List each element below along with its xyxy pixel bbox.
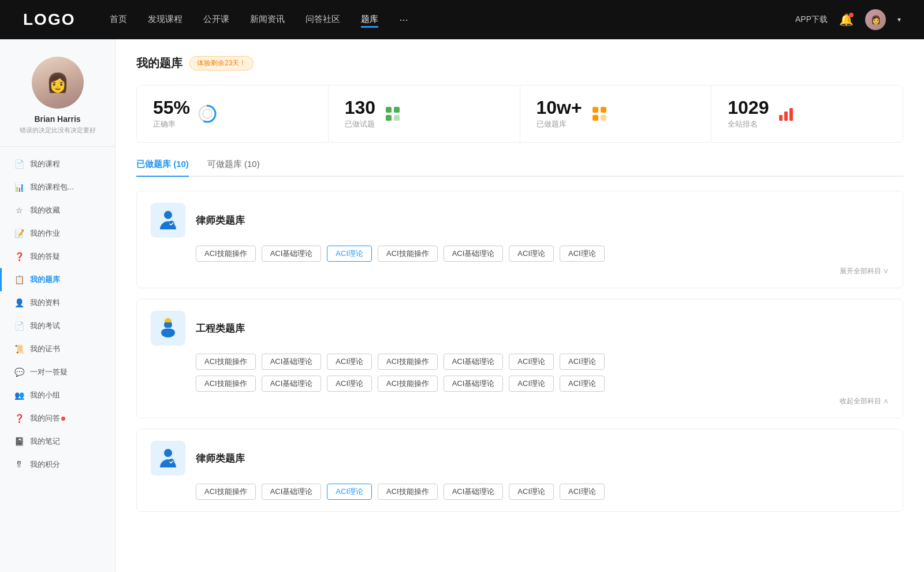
course-icon: 📄 [14, 159, 24, 169]
sidebar-item-certificate[interactable]: 📜 我的证书 [0, 337, 115, 361]
bank-tag[interactable]: ACI理论 [509, 484, 554, 500]
sidebar: 👩 Brian Harris 错误的决定比没有决定要好 📄 我的课程 📊 我的课… [0, 39, 116, 572]
bank-tag[interactable]: ACI理论 [560, 246, 605, 262]
app-download-button[interactable]: APP下载 [795, 14, 828, 25]
svg-rect-12 [784, 112, 788, 121]
tab-done-banks[interactable]: 已做题库 (10) [136, 159, 189, 176]
sidebar-item-bank[interactable]: 📋 我的题库 [0, 268, 115, 291]
nav-menu: 首页 发现课程 公开课 新闻资讯 问答社区 题库 ··· [110, 14, 795, 26]
sidebar-item-label: 我的作业 [30, 228, 60, 239]
sidebar-menu: 📄 我的课程 📊 我的课程包... ☆ 我的收藏 📝 我的作业 ❓ 我的答疑 📋 [0, 153, 115, 476]
bank-tag-active[interactable]: ACI理论 [327, 484, 372, 500]
bank-tags-3: ACI技能操作 ACI基础理论 ACI理论 ACI技能操作 ACI基础理论 AC… [196, 484, 889, 500]
sidebar-item-favorites[interactable]: ☆ 我的收藏 [0, 199, 115, 222]
bank-tag[interactable]: ACI技能操作 [196, 246, 256, 262]
svg-rect-13 [789, 108, 793, 121]
chat-icon: 💬 [14, 367, 24, 377]
stat-done-label: 已做试题 [345, 119, 375, 129]
bank-tag[interactable]: ACI技能操作 [196, 376, 256, 392]
sidebar-item-course-pkg[interactable]: 📊 我的课程包... [0, 176, 115, 199]
bank-tag[interactable]: ACI基础理论 [444, 354, 504, 370]
question-icon: ❓ [14, 251, 24, 262]
bank-icon-lawyer-1 [151, 203, 185, 237]
bank-tag-active[interactable]: ACI理论 [327, 246, 372, 262]
bank-header-1: 律师类题库 [151, 203, 889, 237]
svg-rect-3 [386, 107, 392, 113]
bank-tag[interactable]: ACI基础理论 [262, 484, 322, 500]
sidebar-item-exam[interactable]: 📄 我的考试 [0, 314, 115, 337]
bank-tags-2-row2: ACI技能操作 ACI基础理论 ACI理论 ACI技能操作 ACI基础理论 AC… [196, 376, 889, 392]
bank-tag[interactable]: ACI基础理论 [262, 246, 322, 262]
bank-tag[interactable]: ACI技能操作 [196, 484, 256, 500]
nav-item-bank[interactable]: 题库 [361, 14, 378, 26]
homework-icon: 📝 [14, 228, 24, 239]
bank-tag[interactable]: ACI理论 [560, 354, 605, 370]
sidebar-item-my-qa[interactable]: ❓ 我的问答 [0, 407, 115, 430]
stat-accuracy-text: 55% 正确率 [153, 98, 190, 129]
bank-tag[interactable]: ACI理论 [509, 376, 554, 392]
bank-icon: 📋 [14, 274, 24, 285]
bank-tag[interactable]: ACI理论 [509, 354, 554, 370]
stat-done-questions: 130 已做试题 [329, 86, 520, 142]
sidebar-item-questions[interactable]: ❓ 我的答疑 [0, 245, 115, 268]
bank-tag[interactable]: ACI理论 [327, 376, 372, 392]
sidebar-item-label: 我的题库 [30, 274, 60, 285]
main-content: 我的题库 体验剩余23天！ 55% 正确率 [116, 39, 924, 572]
bank-expand-2[interactable]: 收起全部科目 ∧ [151, 396, 889, 406]
sidebar-item-label: 我的笔记 [30, 436, 60, 447]
nav-item-discover[interactable]: 发现课程 [148, 14, 182, 26]
bank-tag[interactable]: ACI技能操作 [378, 354, 438, 370]
bank-title-2: 工程类题库 [196, 322, 245, 335]
notification-dot [61, 417, 65, 421]
notes-icon: 📓 [14, 436, 24, 447]
sidebar-item-one-on-one[interactable]: 💬 一对一答疑 [0, 361, 115, 384]
avatar-image: 👩 [32, 57, 84, 109]
nav-item-home[interactable]: 首页 [110, 14, 127, 26]
bank-tag[interactable]: ACI基础理论 [444, 376, 504, 392]
bank-title-1: 律师类题库 [196, 214, 245, 227]
sidebar-item-label: 我的小组 [30, 390, 60, 400]
bank-tag[interactable]: ACI基础理论 [444, 246, 504, 262]
svg-rect-6 [394, 115, 400, 121]
stat-rank-value: 1029 [728, 98, 769, 117]
bank-tag[interactable]: ACI理论 [509, 246, 554, 262]
nav-item-qa[interactable]: 问答社区 [305, 14, 340, 26]
sidebar-item-label: 我的积分 [30, 459, 60, 470]
svg-rect-4 [394, 107, 400, 113]
avatar[interactable]: 👩 [865, 9, 886, 30]
sidebar-item-points[interactable]: 🎖 我的积分 [0, 453, 115, 476]
nav-item-open[interactable]: 公开课 [203, 14, 229, 26]
stat-rank-text: 1029 全站排名 [728, 98, 769, 129]
sidebar-item-profile[interactable]: 👤 我的资料 [0, 291, 115, 314]
nav-item-more[interactable]: ··· [399, 14, 408, 26]
bank-tag[interactable]: ACI技能操作 [378, 246, 438, 262]
bank-tag[interactable]: ACI理论 [327, 354, 372, 370]
sidebar-item-course[interactable]: 📄 我的课程 [0, 153, 115, 176]
bank-tag[interactable]: ACI技能操作 [378, 376, 438, 392]
bank-tag[interactable]: ACI基础理论 [262, 354, 322, 370]
avatar-chevron-icon[interactable]: ▾ [897, 16, 901, 24]
sidebar-item-notes[interactable]: 📓 我的笔记 [0, 430, 115, 453]
bank-header-2: 工程类题库 [151, 311, 889, 346]
bank-tag[interactable]: ACI理论 [560, 484, 605, 500]
star-icon: ☆ [14, 205, 24, 216]
sidebar-profile: 👩 Brian Harris 错误的决定比没有决定要好 [0, 57, 115, 147]
stat-rank-label: 全站排名 [728, 119, 769, 129]
bank-tag[interactable]: ACI技能操作 [378, 484, 438, 500]
svg-point-16 [161, 328, 175, 337]
sidebar-item-group[interactable]: 👥 我的小组 [0, 384, 115, 407]
svg-rect-10 [601, 115, 606, 121]
bank-tag[interactable]: ACI理论 [560, 376, 605, 392]
nav-item-news[interactable]: 新闻资讯 [250, 14, 285, 26]
sidebar-username: Brian Harris [12, 114, 103, 124]
sidebar-item-label: 我的收藏 [30, 205, 60, 216]
bank-expand-1[interactable]: 展开全部科目 ∨ [151, 266, 889, 276]
bank-tag[interactable]: ACI基础理论 [262, 376, 322, 392]
bank-title-3: 律师类题库 [196, 452, 245, 465]
bank-tag[interactable]: ACI技能操作 [196, 354, 256, 370]
rank-chart-icon [776, 103, 796, 124]
tab-available-banks[interactable]: 可做题库 (10) [207, 159, 260, 176]
sidebar-item-homework[interactable]: 📝 我的作业 [0, 222, 115, 245]
notification-bell-icon[interactable]: 🔔 [839, 13, 854, 27]
bank-tag[interactable]: ACI基础理论 [444, 484, 504, 500]
